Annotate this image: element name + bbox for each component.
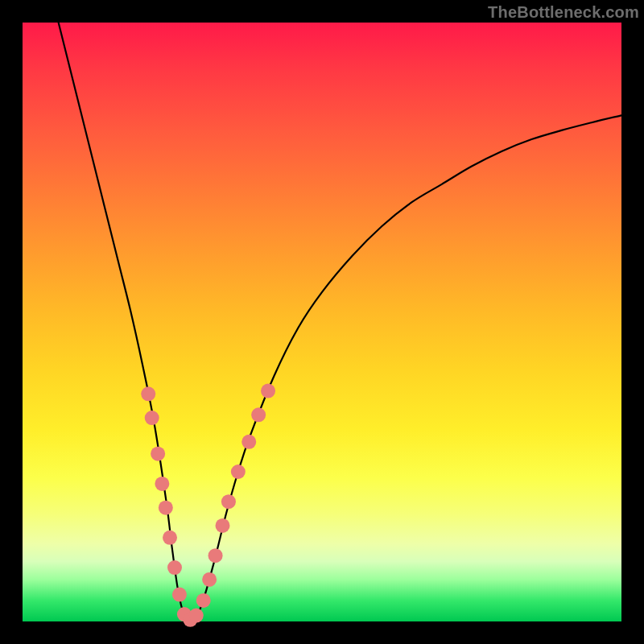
watermark-text: TheBottleneck.com — [488, 3, 639, 22]
data-marker — [159, 501, 173, 515]
data-marker — [231, 464, 246, 479]
data-marker — [208, 548, 223, 563]
data-marker — [196, 593, 211, 608]
data-marker — [216, 518, 230, 533]
marker-layer — [141, 384, 275, 627]
data-marker — [163, 530, 177, 545]
chart-overlay — [23, 23, 621, 621]
bottleneck-curve — [59, 23, 621, 621]
data-marker — [141, 386, 155, 401]
data-marker — [221, 494, 236, 509]
data-marker — [261, 384, 275, 398]
data-marker — [167, 560, 182, 575]
data-marker — [202, 572, 217, 587]
data-marker — [189, 609, 204, 623]
chart-frame: TheBottleneck.com — [0, 0, 644, 644]
data-marker — [151, 447, 165, 461]
data-marker — [172, 588, 187, 602]
data-marker — [145, 411, 159, 425]
data-marker — [155, 477, 169, 491]
data-marker — [242, 435, 256, 449]
data-marker — [251, 407, 266, 422]
